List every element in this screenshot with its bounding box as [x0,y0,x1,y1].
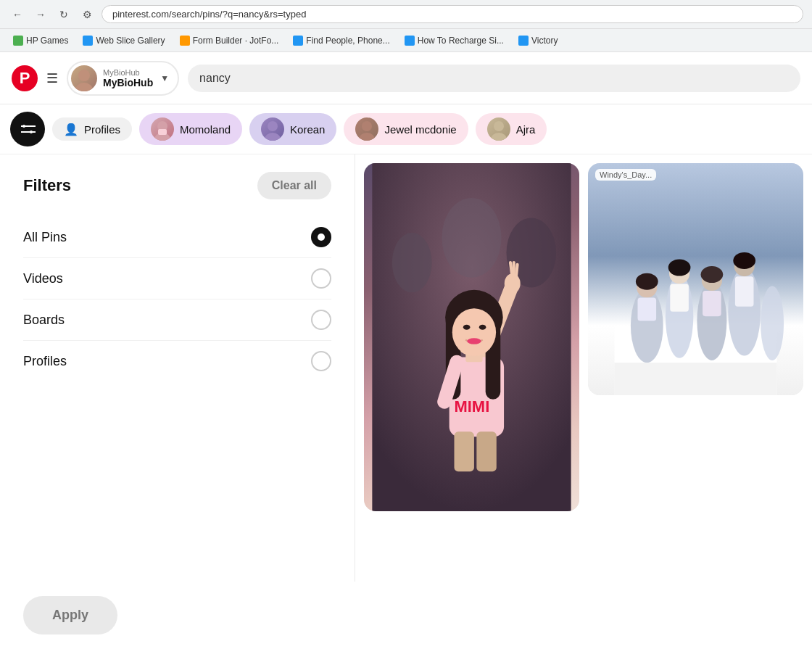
avatar-image [71,65,97,91]
bookmark-label: How To Recharge Si... [418,36,504,46]
svg-rect-52 [638,298,657,321]
svg-point-10 [265,133,281,141]
secondary-photo: Windy's_Day... [588,163,803,395]
web-slice-icon [83,36,93,46]
bookmarks-bar: HP Games Web Slice Gallery Form Builder … [0,29,812,52]
main-content-area: Filters Clear all All Pins Videos Boards [0,154,812,649]
filter-icon [20,121,36,137]
svg-rect-54 [703,291,721,316]
bookmark-label: Form Builder · JotFo... [193,36,279,46]
ajra-avatar-image [487,117,510,141]
bookmark-victory[interactable]: Victory [513,34,563,47]
svg-point-11 [362,121,372,131]
search-input[interactable] [188,65,800,92]
image-column-1: MIMI [364,163,579,640]
radio-boards[interactable] [311,310,331,330]
hamburger-button[interactable]: ☰ [46,70,58,86]
svg-point-18 [442,198,501,278]
svg-point-43 [761,286,784,360]
svg-line-21 [510,263,513,278]
filter-toggle-button[interactable] [10,112,45,146]
svg-point-13 [494,121,504,131]
filters-title: Filters [23,176,71,195]
clear-all-button[interactable]: Clear all [257,172,331,199]
app-header: P ☰ MyBioHub MyBioHub ▼ [0,52,812,104]
jewel-avatar-image [355,117,378,141]
filter-label-profiles: Profiles [23,354,67,369]
find-people-icon [293,36,303,46]
person-icon: 👤 [64,122,78,136]
momoland-avatar [151,117,174,141]
profile-name: MyBioHub [103,77,153,88]
filter-label-videos: Videos [23,271,63,286]
filter-option-all-pins[interactable]: All Pins [23,217,331,258]
radio-videos[interactable] [311,268,331,289]
image-column-2: Windy's_Day... [588,163,803,640]
chip-jewel-mcdonie[interactable]: Jewel mcdonie [344,113,468,145]
radio-profiles[interactable] [311,351,331,371]
svg-text:MIMI: MIMI [455,397,490,416]
victory-icon [518,36,529,46]
pinterest-logo-icon: P [12,65,38,91]
bookmark-label: Find People, Phone... [306,36,389,46]
korean-avatar [261,117,284,141]
apply-button[interactable]: Apply [23,596,117,634]
svg-point-51 [733,252,755,269]
svg-point-48 [636,273,658,290]
svg-point-31 [452,308,496,356]
forward-button[interactable]: → [32,6,49,23]
filter-label-all-pins: All Pins [23,230,67,245]
how-to-recharge-icon [405,36,415,46]
bookmark-how-to-recharge[interactable]: How To Recharge Si... [399,34,510,47]
chip-ajra[interactable]: Ajra [476,113,547,145]
chip-profiles-label: Profiles [84,123,120,136]
form-builder-icon [180,36,190,46]
svg-point-32 [463,325,471,330]
hp-games-icon [13,36,23,46]
svg-point-34 [467,338,481,344]
filters-panel: Filters Clear all All Pins Videos Boards [0,154,355,649]
svg-point-9 [268,121,278,131]
svg-rect-55 [735,276,754,307]
filter-option-profiles[interactable]: Profiles [23,341,331,381]
back-button[interactable]: ← [9,6,26,23]
filter-option-videos[interactable]: Videos [23,258,331,299]
radio-all-pins[interactable] [311,227,331,247]
address-bar[interactable]: pinterest.com/search/pins/?q=nancy&rs=ty… [102,5,803,23]
bookmark-form-builder[interactable]: Form Builder · JotFo... [174,34,285,47]
logo-letter: P [20,69,30,88]
ajra-avatar [487,117,510,141]
chip-profiles[interactable]: 👤 Profiles [52,117,132,141]
filter-option-boards[interactable]: Boards [23,299,331,341]
bookmark-hp-games[interactable]: HP Games [7,34,74,47]
avatar [71,65,97,91]
filters-header: Filters Clear all [23,172,331,199]
chip-momoland-label: Momoland [180,123,231,136]
bookmark-label: HP Games [26,36,68,46]
profile-info: MyBioHub MyBioHub [103,68,153,88]
svg-point-0 [78,70,90,81]
chip-momoland[interactable]: Momoland [139,113,242,145]
apply-section: Apply [0,582,355,649]
bookmark-label: Victory [531,36,558,46]
pinterest-logo[interactable]: P [12,65,38,91]
svg-point-14 [491,133,507,141]
image-card-2[interactable]: Windy's_Day... [588,163,803,395]
image-card-1[interactable]: MIMI [364,163,579,511]
image-results-grid: MIMI [355,154,812,649]
svg-rect-53 [670,284,689,311]
jewel-avatar [355,117,378,141]
svg-rect-36 [455,431,474,471]
refresh-button[interactable]: ↻ [55,6,72,23]
svg-rect-8 [158,129,167,135]
address-text: pinterest.com/search/pins/?q=nancy&rs=ty… [112,9,306,20]
svg-point-49 [668,259,691,276]
filter-chips-row: 👤 Profiles Momoland Korean [0,104,812,154]
svg-line-23 [516,265,518,280]
settings-button[interactable]: ⚙ [78,6,96,23]
chip-korean[interactable]: Korean [249,113,336,145]
pinterest-app: P ☰ MyBioHub MyBioHub ▼ [0,52,812,649]
bookmark-web-slice[interactable]: Web Slice Gallery [77,34,170,47]
profile-button[interactable]: MyBioHub MyBioHub ▼ [67,61,179,96]
bookmark-find-people[interactable]: Find People, Phone... [287,34,395,47]
